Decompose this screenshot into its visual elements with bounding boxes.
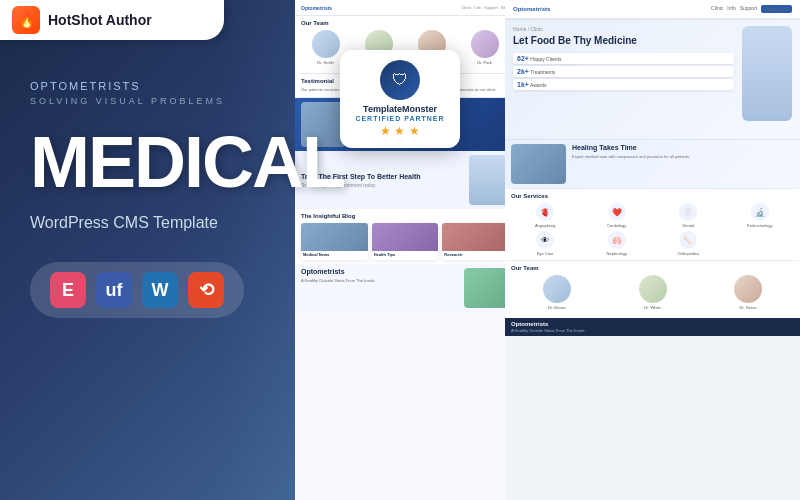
description-text: WordPress CMS Template xyxy=(30,214,344,232)
prev-logo: Optometrists xyxy=(513,6,550,12)
tm-shield-icon: 🛡 xyxy=(380,60,420,100)
plugins-row: E uf W ⟲ xyxy=(30,262,244,318)
bottom-team-avatar-2 xyxy=(639,275,667,303)
eyecare-icon: 👁 xyxy=(536,231,554,249)
bottom-team-member-1: Dr. Brown xyxy=(511,275,603,310)
stat-1: 62+ Happy Clients xyxy=(513,53,734,64)
footer-logo: Optometrists xyxy=(511,321,585,327)
bottom-team-avatar-1 xyxy=(543,275,571,303)
hero-headline: Let Food Be Thy Medicine xyxy=(513,35,734,47)
inner-header: Optometrists Clinic Info Support Blog xyxy=(295,0,515,16)
header-bar: 🔥 HotShot Author xyxy=(0,0,224,40)
services-grid: 🫀 Angioplasty ❤️ Cardiology 🦷 Dental 🔬 E… xyxy=(511,203,794,256)
service-eyecare: 👁 Eye Care xyxy=(511,231,580,256)
blog-card-2: Health Tips xyxy=(372,223,439,260)
footer-preview: Optometrists A Healthy Outside Starts Fr… xyxy=(505,318,800,336)
blog-text-3: Research xyxy=(442,251,509,260)
blog-text-2: Health Tips xyxy=(372,251,439,260)
hero-stats: 62+ Happy Clients 2k+ Treatments 1k+ Awa… xyxy=(513,53,734,90)
hero-doctor-image xyxy=(742,26,792,121)
left-content-block: Optometrists SOLVING VISUAL PROBLEMS MED… xyxy=(30,80,344,318)
header-title: HotShot Author xyxy=(48,12,152,28)
team-avatar-1 xyxy=(312,30,340,58)
service-angioplasty: 🫀 Angioplasty xyxy=(511,203,580,228)
hero-text-block: Home / Clinic Let Food Be Thy Medicine 6… xyxy=(513,26,734,121)
category-label: Optometrists xyxy=(30,80,344,92)
dental-icon: 🦷 xyxy=(679,203,697,221)
bh-doctor-image xyxy=(469,155,509,205)
team-title: Our Team xyxy=(301,20,509,26)
hero-content: Home / Clinic Let Food Be Thy Medicine 6… xyxy=(505,18,800,129)
team-avatar-4 xyxy=(471,30,499,58)
healing-title: Healing Takes Time xyxy=(572,144,794,151)
footer-desc: A Healthy Outside Starts From The Inside xyxy=(511,328,585,333)
subtitle-label: SOLVING VISUAL PROBLEMS xyxy=(30,96,344,106)
tm-certified: CERTIFIED PARTNER xyxy=(348,115,452,122)
healing-image xyxy=(511,144,566,184)
bottom-team-member-3: Dr. Green xyxy=(702,275,794,310)
angioplasty-icon: 🫀 xyxy=(536,203,554,221)
wordpress-icon[interactable]: W xyxy=(142,272,178,308)
stat-2: 2k+ Treatments xyxy=(513,66,734,77)
blog-image-2 xyxy=(372,223,439,251)
right-preview-section: Optometrists Clinic Info Support Book No… xyxy=(505,0,800,500)
service-cardiology: ❤️ Cardiology xyxy=(583,203,652,228)
service-endocrinology: 🔬 Endocrinology xyxy=(726,203,795,228)
bottom-team-title: Our Team xyxy=(511,265,794,271)
preview-header-bar: Optometrists Clinic Info Support Book No… xyxy=(505,0,800,18)
hero-breadcrumb: Home / Clinic xyxy=(513,26,734,32)
bottom-team-avatar-3 xyxy=(734,275,762,303)
service-nephrology: 🫁 Nephrology xyxy=(583,231,652,256)
templatemonster-badge: 🛡 TemplateMonster CERTIFIED PARTNER ★ ★ … xyxy=(340,50,460,148)
prev-nav: Clinic Info Support Book Now xyxy=(711,5,792,13)
footer-left: Optometrists A Healthy Outside Starts Fr… xyxy=(511,321,585,333)
services-title: Our Services xyxy=(511,193,794,199)
elementor-icon[interactable]: E xyxy=(50,272,86,308)
rtl-icon[interactable]: ⟲ xyxy=(188,272,224,308)
footer-row: Optometrists A Healthy Outside Starts Fr… xyxy=(511,321,794,333)
bottom-team-row: Dr. Brown Dr. White Dr. Green xyxy=(511,275,794,310)
service-orthopedics: 🦴 Orthopedics xyxy=(654,231,723,256)
inner-logo: Optometrists xyxy=(301,5,332,11)
uf-icon[interactable]: uf xyxy=(96,272,132,308)
cardiology-icon: ❤️ xyxy=(608,203,626,221)
healing-section: Healing Takes Time Expert medical care w… xyxy=(505,140,800,188)
bottom-team-section: Our Team Dr. Brown Dr. White Dr. Green xyxy=(505,261,800,318)
health-image xyxy=(464,268,509,308)
services-section: Our Services 🫀 Angioplasty ❤️ Cardiology… xyxy=(505,189,800,260)
inner-nav: Clinic Info Support Blog xyxy=(462,5,509,10)
service-dental: 🦷 Dental xyxy=(654,203,723,228)
healing-desc: Expert medical care with compassion and … xyxy=(572,154,794,160)
orthopedics-icon: 🦴 xyxy=(679,231,697,249)
preview-hero: Optometrists Clinic Info Support Book No… xyxy=(505,0,800,140)
blog-card-3: Research xyxy=(442,223,509,260)
team-member-4: Dr. Park xyxy=(460,30,509,65)
healing-text: Healing Takes Time Expert medical care w… xyxy=(572,144,794,160)
prev-cta-btn[interactable]: Book Now xyxy=(761,5,792,13)
tm-name: TemplateMonster xyxy=(348,104,452,115)
hotshot-logo-icon: 🔥 xyxy=(12,6,40,34)
endocrinology-icon: 🔬 xyxy=(751,203,769,221)
bottom-team-member-2: Dr. White xyxy=(607,275,699,310)
nephrology-icon: 🫁 xyxy=(608,231,626,249)
blog-image-3 xyxy=(442,223,509,251)
stat-3: 1k+ Awards xyxy=(513,79,734,90)
tm-stars: ★ ★ ★ xyxy=(348,124,452,138)
main-title: MEDICAL xyxy=(30,126,344,198)
